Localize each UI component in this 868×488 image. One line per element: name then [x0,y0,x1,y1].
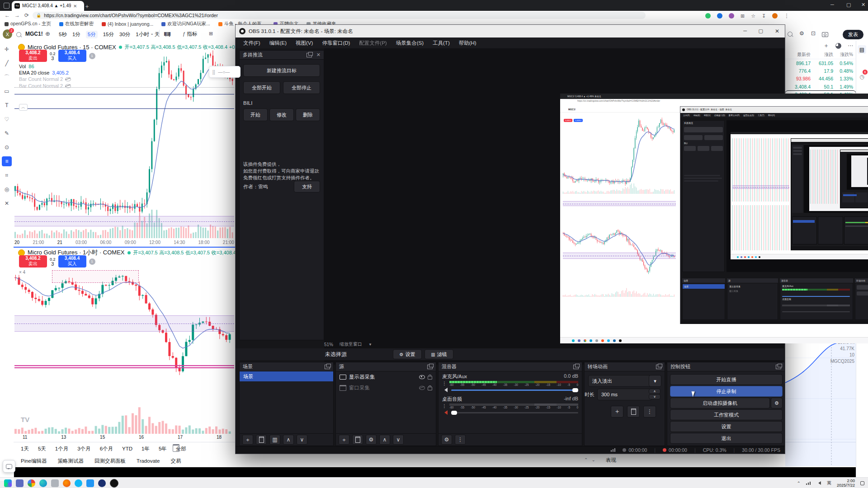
publish-button[interactable]: 发表 [843,30,863,39]
new-tab-button[interactable]: ＋ [84,2,90,10]
tab-close-icon[interactable]: ✕ [73,4,77,9]
panel-collapse-icons[interactable]: ⌃⌄ [584,457,595,462]
obs-menu-item[interactable]: 工具(T) [429,39,454,47]
tool-icon[interactable]: ✎ [2,128,12,138]
browser-minimize-button[interactable]: ─ [830,2,834,7]
chart1-time-axis[interactable]: 2021:002103:0006:0009:0012:0014:3018:002… [14,240,234,245]
interval-option[interactable]: 5秒 [59,31,67,38]
position-count[interactable]: × 4 [19,270,25,275]
remove-source-button[interactable] [352,435,363,445]
chart2-time-axis[interactable]: 111315161718 [23,435,222,440]
popout-icon[interactable] [307,53,312,57]
range-option[interactable]: 1年 [142,446,150,452]
speaker-icon[interactable] [442,388,448,392]
watchlist-row[interactable]: 896.17 631.05 0.54% [785,59,856,67]
watchlist-rail-icon[interactable]: ▤ [858,45,866,54]
taskbar-qq-icon[interactable] [75,479,82,487]
exit-button[interactable]: 退出 [670,433,783,444]
transition-select[interactable]: 淡入淡出 [588,375,652,387]
interval-option[interactable]: 1小时 [136,31,149,38]
settings-gear-icon[interactable]: ⚙ [799,30,804,37]
forward-icon[interactable]: → [14,12,20,19]
source-row-window-capture[interactable]: 窗口采集 [336,382,436,393]
extension-icon[interactable] [729,13,734,19]
volume-row[interactable]: Vol86 [19,64,34,69]
interval-option[interactable]: 30分 [119,31,130,38]
scene-down-button[interactable]: ∨ [297,435,307,445]
obs-titlebar[interactable]: OBS 31.0.1 - 配置文件: 未命名 - 场景: 未命名 [236,25,785,38]
start-virtual-camera-button[interactable]: 启动虚拟摄像机 [670,398,770,408]
taskbar-edge-icon[interactable] [39,479,47,487]
obs-maximize-button[interactable]: ▢ [759,28,763,34]
close-icon[interactable]: ✕ [316,52,321,58]
sell-button[interactable]: 3,408.2卖出 [19,50,47,62]
range-option[interactable]: 5年 [159,446,167,452]
source-filters-button[interactable]: ▥滤镜 [425,349,453,359]
studio-mode-button[interactable]: 工作室模式 [670,409,783,420]
range-option[interactable]: 3个月 [77,446,90,452]
watchlist-row[interactable]: 776.4 17.9 0.48% [785,67,856,75]
extension-icon[interactable] [717,13,722,19]
taskbar-app-icon[interactable] [4,479,12,487]
add-transition-button[interactable]: ＋ [611,406,623,418]
source-properties-button[interactable]: ⚙ [366,435,377,445]
start-streaming-button[interactable]: 开始直播 [670,374,783,385]
watchlist-row[interactable]: 93.986 44.456 1.33% [785,75,856,83]
obs-settings-button[interactable]: 设置 [670,421,783,432]
tool-icon[interactable]: ◎ [2,184,12,194]
download-icon[interactable]: ↧ [762,13,766,19]
extension-icon[interactable] [705,13,711,19]
symbol-search[interactable] [16,31,21,39]
scene-item[interactable]: 场景 [240,371,333,381]
zoom-chart-icon[interactable] [788,32,793,37]
preview-zoom-row[interactable]: 51%缩放至窗口▼ [324,341,372,347]
popout-icon[interactable] [656,365,661,369]
unlock-icon[interactable] [428,376,432,380]
bookmark-item[interactable]: (4) Inbox | juanyong... [102,21,153,27]
new-stream-target-button[interactable]: 新建推流目标 [243,64,320,77]
layout-grid-icon[interactable]: ⊞ [209,31,213,37]
address-bar[interactable]: 🔒 https://cn.tradingview.com/chart/OhPsh… [33,12,646,19]
hidden-eye-icon[interactable] [419,386,425,390]
browser-close-button[interactable]: ✕ [861,2,865,8]
tool-icon[interactable]: ♡ [2,114,12,124]
obs-menu-item[interactable]: 配置文件(P) [355,39,391,47]
source-up-button[interactable]: ∧ [379,435,390,445]
taskbar-chrome-icon[interactable] [28,479,35,487]
range-option[interactable]: YTD [122,446,132,451]
taskbar-app-icon[interactable] [98,479,106,487]
tool-icon[interactable]: ⌗ [2,170,12,180]
visible-eye-icon[interactable] [419,375,425,379]
advanced-audio-button[interactable]: ⚙ [441,435,452,445]
ema-row[interactable]: EMA 20 close3,405.2 [19,70,69,75]
range-option[interactable]: 1天 [21,446,29,452]
obs-menu-item[interactable]: 停靠窗口(D) [318,39,354,47]
volume-slider[interactable] [451,389,578,391]
scene-up-button[interactable]: ∧ [283,435,294,445]
taskbar-app-icon[interactable] [86,479,94,487]
obs-menu-item[interactable]: 帮助(H) [455,39,481,47]
tool-icon[interactable]: ╱ [2,58,12,68]
bottom-tab[interactable]: 交易 [170,458,181,465]
add-source-button[interactable]: ＋ [339,435,349,445]
source-row-display-capture[interactable]: 显示器采集 [336,371,436,382]
study-row[interactable]: Bar Count Normal 2 [19,83,71,89]
taskbar-obs-icon[interactable] [110,479,118,488]
scene-filters-button[interactable]: ▥ [269,435,280,445]
profile-avatar[interactable] [772,13,778,19]
source-down-button[interactable]: ∨ [393,435,404,445]
tab-search-icon[interactable] [4,3,9,9]
tool-icon[interactable]: T [2,100,12,110]
target-edit-button[interactable]: 修改 [269,108,294,121]
obs-menu-item[interactable]: 视图(V) [292,39,317,47]
unlock-icon[interactable] [428,387,432,390]
tray-network-icon[interactable] [806,482,811,485]
watchlist-add-icon[interactable]: ＋ [823,42,829,50]
calendar-icon[interactable] [173,444,179,452]
buy-button[interactable]: 3,408.4买入 [58,50,86,62]
source-settings-button[interactable]: ⚙设置 [393,349,422,359]
popout-icon[interactable] [573,365,579,369]
obs-menu-item[interactable]: 场景集合(S) [392,39,428,47]
fullscreen-icon[interactable]: ⊡ [811,30,816,37]
mixer-menu-button[interactable]: ⋮ [455,435,466,445]
